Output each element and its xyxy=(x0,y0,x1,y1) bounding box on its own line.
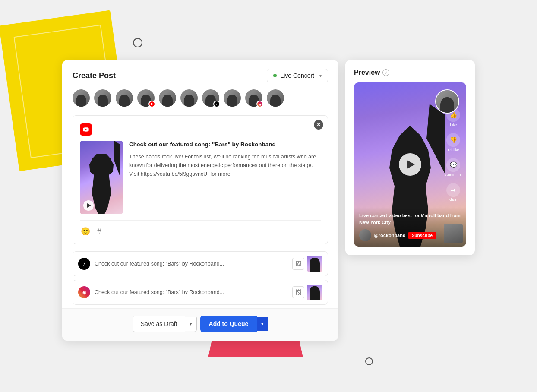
avatar-item[interactable] xyxy=(180,89,199,108)
avatar-item[interactable] xyxy=(159,89,178,108)
avatar-item[interactable] xyxy=(94,89,113,108)
instagram-preview-item: ◉ Check out our featured song: "Bars" by… xyxy=(73,280,328,305)
save-draft-dropdown-button[interactable]: ▾ xyxy=(185,317,196,331)
dislike-icon: 👎 xyxy=(446,133,460,147)
thumbnail-play-button[interactable] xyxy=(83,200,94,211)
tiktok-badge: ♪ xyxy=(213,101,220,107)
post-media-row: Check out our featured song: "Bars" by R… xyxy=(80,141,321,214)
avatar-item[interactable] xyxy=(116,89,135,108)
channel-dropdown-label: Live Concert xyxy=(280,72,314,79)
instagram-image-button[interactable]: 🖼 xyxy=(292,286,304,298)
channel-name: @rockonband xyxy=(374,233,406,238)
add-queue-button-group: Add to Queue ▾ xyxy=(200,316,268,332)
channel-status-dot xyxy=(273,74,277,77)
post-main-text: Check out our featured song: "Bars" by R… xyxy=(129,141,321,149)
panel-header: Create Post Live Concert ▾ xyxy=(62,60,338,89)
post-header-row: ✕ xyxy=(80,123,321,136)
avatar-item[interactable]: ▶ xyxy=(137,89,156,108)
avatar-item[interactable]: ◉ xyxy=(245,89,264,108)
post-content-area: ✕ Check out our featured song: "Bars" by… xyxy=(73,115,328,244)
avatar-circle xyxy=(116,89,133,107)
dislike-action[interactable]: 👎 Dislike xyxy=(446,133,460,152)
add-queue-button[interactable]: Add to Queue xyxy=(200,316,257,332)
preview-thumb-silhouette xyxy=(310,258,320,272)
avatar-circle xyxy=(73,89,90,107)
dislike-label: Dislike xyxy=(448,148,459,152)
subscribe-button[interactable]: Subscribe xyxy=(408,232,436,239)
avatar-circle xyxy=(94,89,111,107)
tiktok-preview-actions: 🖼 xyxy=(292,256,322,272)
channel-avatar xyxy=(359,229,371,241)
video-play-button[interactable] xyxy=(399,153,421,176)
save-draft-button-group: Save as Draft ▾ xyxy=(133,316,197,332)
instagram-preview-text: Check out our featured song: "Bars" by R… xyxy=(95,289,288,295)
chevron-down-icon: ▾ xyxy=(319,73,322,78)
video-overlay-bottom: Live concert video best rock'n roll band… xyxy=(354,207,466,247)
channel-dropdown[interactable]: Live Concert ▾ xyxy=(267,69,328,82)
post-toolbar: 🙂 # xyxy=(80,220,321,237)
share-icon: ➡ xyxy=(446,183,460,197)
instagram-preview-thumb xyxy=(307,285,322,300)
post-desc-text: These bands rock live! For this list, we… xyxy=(129,152,321,178)
youtube-icon xyxy=(80,123,92,136)
avatar-circle xyxy=(159,89,176,107)
tiktok-preview-text: Check out our featured song: "Bars" by R… xyxy=(95,261,288,267)
profile-thumb-preview xyxy=(435,89,459,114)
preview-title: Preview i xyxy=(354,69,466,76)
tiktok-preview-thumb xyxy=(307,256,322,272)
tiktok-image-button[interactable]: 🖼 xyxy=(292,258,304,270)
main-container: Create Post Live Concert ▾ ▶ xyxy=(62,60,475,341)
preview-panel: Preview i 👍 Like 👎 Dislike xyxy=(345,60,475,255)
instagram-badge: ◉ xyxy=(256,101,263,107)
circle-decoration-top xyxy=(133,38,142,47)
youtube-badge: ▶ xyxy=(148,101,155,107)
avatar-circle xyxy=(224,89,241,107)
close-post-button[interactable]: ✕ xyxy=(314,120,323,130)
preview-title-text: Preview xyxy=(354,69,380,76)
share-label: Share xyxy=(448,198,458,202)
save-draft-button[interactable]: Save as Draft xyxy=(133,316,185,332)
avatar-item[interactable]: ♪ xyxy=(202,89,221,108)
post-thumbnail xyxy=(80,141,123,214)
avatar-item[interactable] xyxy=(267,89,286,108)
preview-thumb-silhouette xyxy=(310,286,320,300)
emoji-button[interactable]: 🙂 xyxy=(80,226,91,237)
panel-footer: Save as Draft ▾ Add to Queue ▾ xyxy=(62,308,338,341)
hashtag-button[interactable]: # xyxy=(96,226,102,237)
info-icon: i xyxy=(382,69,389,76)
create-post-panel: Create Post Live Concert ▾ ▶ xyxy=(62,60,338,341)
next-video-thumb xyxy=(444,224,463,243)
avatar-item[interactable] xyxy=(224,89,243,108)
video-side-actions: 👍 Like 👎 Dislike 💬 Comment ➡ Share xyxy=(445,108,462,202)
video-preview-wrap: 👍 Like 👎 Dislike 💬 Comment ➡ Share xyxy=(354,82,466,247)
avatars-row: ▶ ♪ ◉ xyxy=(62,89,338,115)
avatar-circle xyxy=(180,89,198,107)
tiktok-preview-item: ♪ Check out our featured song: "Bars" by… xyxy=(73,251,328,276)
comment-action[interactable]: 💬 Comment xyxy=(445,158,462,177)
instagram-preview-actions: 🖼 xyxy=(292,285,322,300)
tiktok-icon: ♪ xyxy=(78,258,90,270)
post-text-area: Check out our featured song: "Bars" by R… xyxy=(129,141,321,178)
avatar-circle xyxy=(267,89,284,107)
panel-title: Create Post xyxy=(73,71,116,80)
circle-decoration-bottom xyxy=(365,357,373,365)
like-label: Like xyxy=(450,123,457,127)
share-action[interactable]: ➡ Share xyxy=(446,183,460,202)
comment-label: Comment xyxy=(445,173,462,177)
comment-icon: 💬 xyxy=(446,158,460,172)
instagram-icon: ◉ xyxy=(78,286,90,298)
add-queue-dropdown-button[interactable]: ▾ xyxy=(257,317,268,331)
avatar-item[interactable] xyxy=(73,89,92,108)
